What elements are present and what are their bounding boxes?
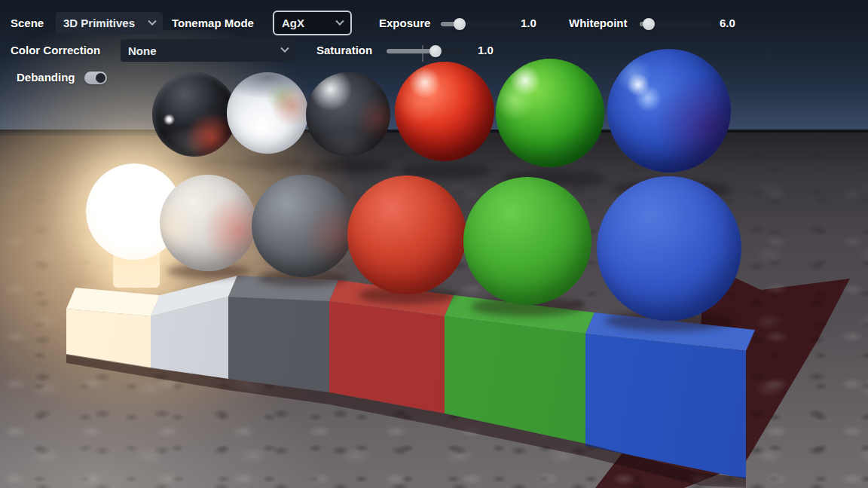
color-correction-label: Color Correction — [11, 43, 100, 58]
chevron-down-icon — [280, 44, 289, 53]
app-window: Scene 3D Primitives Tonemap Mode AgX Exp… — [0, 0, 868, 488]
exposure-slider-handle[interactable] — [454, 18, 466, 30]
whitepoint-value: 6.0 — [720, 16, 735, 31]
color-correction-dropdown[interactable]: None — [121, 39, 295, 62]
whitepoint-label: Whitepoint — [569, 16, 627, 31]
exposure-label: Exposure — [379, 16, 430, 31]
sphere-matte-gray — [252, 175, 354, 277]
settings-panel: Scene 3D Primitives Tonemap Mode AgX Exp… — [0, 0, 868, 98]
scene-label: Scene — [11, 16, 44, 31]
chevron-down-icon — [148, 17, 156, 25]
saturation-value: 1.0 — [478, 43, 494, 58]
slider-fill — [387, 49, 436, 53]
scene-dropdown-value: 3D Primitives — [63, 17, 135, 29]
whitepoint-slider[interactable] — [640, 17, 712, 32]
saturation-slider[interactable] — [387, 44, 462, 59]
slider-center-tick — [422, 45, 423, 62]
saturation-label: Saturation — [316, 43, 372, 58]
whitepoint-slider-handle[interactable] — [643, 18, 655, 30]
chevron-down-icon — [335, 17, 344, 25]
sphere-matte-red — [347, 175, 466, 294]
scene-dropdown[interactable]: 3D Primitives — [56, 12, 163, 34]
exposure-slider[interactable] — [441, 17, 518, 32]
debanding-toggle[interactable] — [84, 72, 107, 84]
debanding-label: Debanding — [17, 70, 75, 85]
color-correction-dropdown-value: None — [128, 44, 157, 57]
sphere-matte-white — [160, 175, 256, 271]
sphere-matte-green — [463, 177, 591, 305]
tonemap-mode-dropdown[interactable]: AgX — [273, 11, 352, 35]
toggle-knob — [96, 73, 105, 83]
saturation-slider-handle[interactable] — [429, 45, 442, 57]
tonemap-mode-label: Tonemap Mode — [172, 16, 254, 31]
tonemap-dropdown-value: AgX — [282, 17, 304, 29]
exposure-value: 1.0 — [521, 16, 536, 31]
sphere-matte-blue — [597, 176, 741, 321]
